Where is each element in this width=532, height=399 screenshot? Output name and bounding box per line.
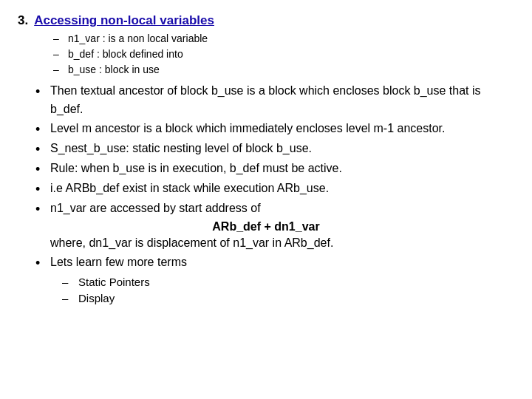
bold-center-text: ARb_def + dn1_var (18, 220, 514, 233)
bullet-list-item: •n1_var are accessed by start address of (35, 200, 514, 219)
bullet-list-item: •i.e ARBb_def exist in stack while execu… (35, 180, 514, 199)
sub-list-2-item: –Display (62, 290, 514, 307)
bullet-list-item: •Rule: when b_use is in execution, b_def… (35, 160, 514, 179)
bullet-text: n1_var are accessed by start address of (50, 200, 514, 218)
last-bullet-text: Lets learn few more terms (50, 253, 514, 272)
indent-line: where, dn1_var is displacement of n1_var… (50, 234, 514, 253)
bullet-text: Rule: when b_use is in execution, b_def … (50, 160, 514, 178)
sub-list-2-item-text: Static Pointers (78, 274, 150, 291)
sub-list-item-text: b_use : block in use (68, 62, 160, 78)
dash: – (62, 274, 72, 291)
last-bullet-item: •Lets learn few more terms (35, 253, 514, 273)
bullet-dot: • (35, 200, 50, 219)
sub-list-item-text: b_def : block defined into (68, 47, 183, 62)
dash: – (53, 62, 62, 78)
sub-list-item-text: n1_var : is a non local variable (68, 31, 208, 47)
section-heading: 3. Accessing non-local variables (18, 13, 514, 28)
sub-list: –n1_var : is a non local variable–b_def … (53, 31, 514, 78)
heading-number: 3. (18, 13, 28, 28)
sub-list-2-item: –Static Pointers (62, 274, 514, 291)
dash: – (53, 31, 62, 47)
bullet-dot: • (35, 82, 50, 101)
heading-link: Accessing non-local variables (34, 13, 214, 28)
bullet-dot: • (35, 253, 50, 273)
dash: – (53, 47, 62, 62)
bullet-text: Then textual ancestor of block b_use is … (50, 82, 514, 119)
sub-list-2: –Static Pointers–Display (62, 274, 514, 307)
bullet-list: •Then textual ancestor of block b_use is… (35, 82, 514, 219)
bullet-dot: • (35, 140, 50, 159)
bullet-list-item: •Then textual ancestor of block b_use is… (35, 82, 514, 119)
bullet-dot: • (35, 120, 50, 139)
sub-list-2-item-text: Display (78, 290, 115, 307)
bullet-dot: • (35, 180, 50, 199)
bullet-list-item: •Level m ancestor is a block which immed… (35, 120, 514, 139)
bullet-list-item: •S_nest_b_use: static nesting level of b… (35, 140, 514, 159)
bullet-text: i.e ARBb_def exist in stack while execut… (50, 180, 514, 198)
bullet-text: Level m ancestor is a block which immedi… (50, 120, 514, 138)
last-bullet-list: •Lets learn few more terms (35, 253, 514, 273)
sub-list-item: –b_def : block defined into (53, 47, 514, 62)
sub-list-item: –b_use : block in use (53, 62, 514, 78)
bullet-dot: • (35, 160, 50, 179)
bullet-text: S_nest_b_use: static nesting level of bl… (50, 140, 514, 158)
dash: – (62, 290, 72, 307)
sub-list-item: –n1_var : is a non local variable (53, 31, 514, 47)
